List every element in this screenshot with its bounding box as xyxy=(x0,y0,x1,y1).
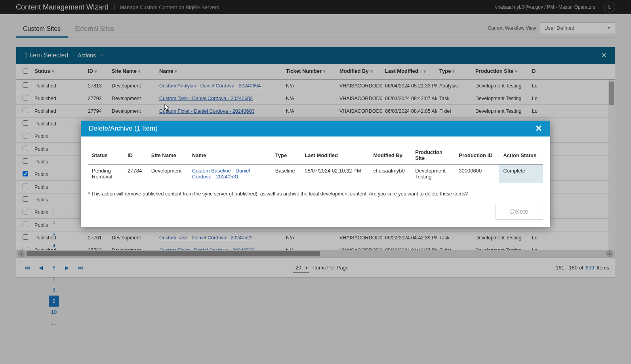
mcell-prod: Development Testing xyxy=(411,165,455,183)
modal-table-row: Pending Removal 27784 Development Custom… xyxy=(88,165,543,183)
modal-title: Delete/Archive (1 Item) xyxy=(89,125,158,133)
mcell-site: Development xyxy=(147,165,188,183)
modal-header: Delete/Archive (1 Item) ✕ xyxy=(81,121,550,136)
mcol-modby: Modified By xyxy=(369,146,411,165)
mcell-modby: vhaisaalmyb0 xyxy=(369,165,411,183)
mcell-name-link[interactable]: Custom Baseline - Daniel Cordova - 20240… xyxy=(192,168,250,180)
mcol-site: Site Name xyxy=(147,146,188,165)
mcol-id: ID xyxy=(124,146,147,165)
modal-overlay: Delete/Archive (1 Item) ✕ Status ID Site… xyxy=(0,0,631,364)
close-icon[interactable]: ✕ xyxy=(535,123,542,134)
delete-archive-modal: Delete/Archive (1 Item) ✕ Status ID Site… xyxy=(81,121,550,227)
mcol-name: Name xyxy=(188,146,271,165)
mcol-prodid: Production ID xyxy=(455,146,499,165)
mcell-prodid: 30000600 xyxy=(455,165,499,183)
mcol-status: Status xyxy=(88,146,124,165)
mcell-status: Pending Removal xyxy=(88,165,124,183)
mcol-type: Type xyxy=(271,146,301,165)
mcell-lastmod: 08/07/2024 02:10:32 PM xyxy=(301,165,369,183)
modal-table: Status ID Site Name Name Type Last Modif… xyxy=(88,146,543,183)
mcol-prod: Production Site xyxy=(411,146,455,165)
mcell-name: Custom Baseline - Daniel Cordova - 20240… xyxy=(188,165,271,183)
mcell-action-status: Complete xyxy=(499,165,543,183)
mcol-action: Action Status xyxy=(499,146,543,165)
mcell-type: Baseline xyxy=(271,165,301,183)
modal-warning-text: * This action will remove published cont… xyxy=(88,191,543,197)
mcell-id: 27784 xyxy=(124,165,147,183)
mcol-lastmod: Last Modified xyxy=(301,146,369,165)
delete-button[interactable]: Delete xyxy=(496,204,543,220)
